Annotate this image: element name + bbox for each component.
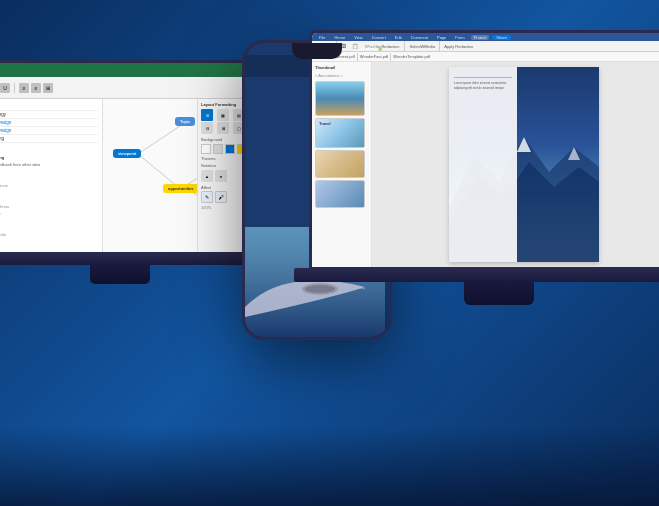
list-b2b: B2B — [0, 196, 98, 203]
excel-row: Jan – Strategy — [0, 111, 98, 119]
word-home-menu[interactable]: Home — [331, 35, 348, 40]
sidebar-controls: □ Annotations ○ — [315, 73, 368, 78]
word-form-menu[interactable]: Form — [452, 35, 467, 40]
format-icon[interactable]: ⊞ — [201, 109, 213, 121]
excel-rows: Q1 Jan – Strategy Feb – UX Design Mar – … — [0, 103, 98, 143]
word-body: Thumbnail □ Annotations ○ Travel — [312, 62, 659, 267]
swatch[interactable] — [201, 144, 211, 154]
affect-icon[interactable]: ✎ — [201, 191, 213, 203]
excel-row-header: Q1 — [0, 103, 98, 111]
mindmap-area: viewpoint Topic opportunities B2C B2B Ch… — [103, 99, 197, 252]
excel-body: Q1 Jan – Strategy Feb – UX Design Mar – … — [0, 99, 267, 252]
mm-blue-node: Topic — [175, 117, 195, 126]
list-biz: Business firms — [0, 203, 98, 210]
list-feedback: Customer feedback from other sites — [0, 161, 98, 168]
excel-row-ux2: Mar – UX Design — [0, 127, 98, 135]
format-icon[interactable]: ⊠ — [217, 122, 229, 134]
grid-icon[interactable]: ⊞ — [43, 83, 53, 93]
list-social: Social media — [0, 231, 98, 238]
floor-reflection — [0, 426, 659, 506]
list-email: Email — [0, 238, 98, 245]
word-convert-menu[interactable]: Convert — [369, 35, 389, 40]
word-filename3: WonderTemplate.pdf — [393, 54, 430, 59]
thumb-bg — [316, 82, 364, 115]
page-text-overlay: Lorem ipsum dolor sit amet consectetur a… — [449, 67, 517, 262]
page-body-text: Lorem ipsum dolor sit amet consectetur a… — [454, 81, 512, 90]
tool-btn[interactable]: ≡ — [31, 83, 41, 93]
word-comment-menu[interactable]: Comment — [408, 35, 431, 40]
word-document-page: Lorem ipsum dolor sit amet consectetur a… — [449, 67, 599, 262]
laptop-left-screen: B I U ≡ ≡ ⊞ Q1 Jan – Strategy Feb – UX D… — [0, 60, 270, 255]
list-seo: SEO — [0, 217, 98, 224]
laptop-right: File Home View Convert Edit Comment Page… — [309, 30, 659, 450]
word-second-toolbar: WonderDocument.pdf WonderFact.pdf Wonder… — [312, 52, 659, 62]
excel-row-coding: Mar – Coding — [0, 135, 98, 143]
sidebar-thumbnail-title: Thumbnail — [315, 65, 368, 70]
thumb-2[interactable]: Travel — [315, 118, 365, 148]
phone-status-bar: ▲ WiFi 🔋 — [251, 45, 383, 51]
laptop-right-stand — [464, 280, 534, 305]
format-icon[interactable]: ▦ — [217, 109, 229, 121]
back-icon[interactable] — [253, 60, 265, 72]
laptop-right-content: File Home View Convert Edit Comment Page… — [312, 33, 659, 267]
separator — [404, 41, 405, 51]
word-file-menu[interactable]: File — [316, 35, 328, 40]
thumb-3[interactable] — [315, 150, 365, 178]
word-protect-menu[interactable]: Protect — [471, 35, 490, 40]
excel-row-ux: Feb – UX Design — [0, 119, 98, 127]
word-sidebar: Thumbnail □ Annotations ○ Travel — [312, 62, 372, 267]
mm-opportunities-node: opportunities — [163, 184, 197, 193]
list-retail: Retail — [0, 168, 98, 175]
word-topbar: File Home View Convert Edit Comment Page… — [312, 33, 659, 41]
thumb-4[interactable] — [315, 180, 365, 208]
list-channels: Channels — [0, 224, 98, 231]
word-main-area: Lorem ipsum dolor sit amet consectetur a… — [372, 62, 659, 267]
swatch[interactable] — [225, 144, 235, 154]
separator — [390, 53, 391, 61]
list-mind: Mind mapping — [0, 154, 98, 161]
word-edit-menu[interactable]: Edit — [392, 35, 405, 40]
laptop-left: B I U ≡ ≡ ⊞ Q1 Jan – Strategy Feb – UX D… — [0, 60, 280, 440]
svg-line-1 — [138, 154, 178, 187]
list-artists: Artists — [0, 175, 98, 182]
laptop-left-stand — [90, 264, 150, 284]
tool-btn[interactable]: U — [0, 83, 10, 93]
swatch[interactable] — [213, 144, 223, 154]
word-page-menu[interactable]: Page — [434, 35, 449, 40]
divider — [454, 77, 512, 78]
icon-btn[interactable]: ▲ — [201, 170, 213, 182]
word-apply-redaction: Apply Redaction — [442, 44, 475, 49]
thumb-colombia[interactable] — [315, 81, 365, 116]
list-freelance: Freelance — [0, 210, 98, 217]
list-section: TED Talk Mind mapping Customer feedback … — [0, 147, 98, 245]
list-b2c: B2C — [0, 189, 98, 196]
word-view-menu[interactable]: View — [351, 35, 366, 40]
sidebar-label: □ Annotations ○ — [315, 73, 343, 78]
mm-viewpoint-node: viewpoint — [113, 149, 141, 158]
list-orgs: Organizations — [0, 182, 98, 189]
word-select-media: SelectWMedia — [407, 44, 437, 49]
affect-icon[interactable]: 🖌 — [215, 191, 227, 203]
word-filename2: WonderFact.pdf — [360, 54, 388, 59]
list-ted: TED Talk — [0, 147, 98, 154]
tool-btn[interactable]: ≡ — [19, 83, 29, 93]
word-share-btn[interactable]: Share — [492, 35, 511, 40]
excel-list-panel: Q1 Jan – Strategy Feb – UX Design Mar – … — [0, 99, 103, 252]
icon-btn[interactable]: ● — [215, 170, 227, 182]
separator — [439, 41, 440, 51]
excel-topbar — [0, 63, 267, 77]
format-icon[interactable]: ⊟ — [201, 122, 213, 134]
separator — [357, 53, 358, 61]
thumb2-text: Travel — [319, 121, 331, 126]
thumb2-bg: Travel — [316, 119, 364, 147]
status-icons: ▲ WiFi 🔋 — [359, 45, 383, 51]
laptop-right-screen: File Home View Convert Edit Comment Page… — [309, 30, 659, 270]
excel-toolbar: B I U ≡ ≡ ⊞ — [0, 77, 267, 99]
svg-line-0 — [138, 124, 183, 154]
laptop-left-content: B I U ≡ ≡ ⊞ Q1 Jan – Strategy Feb – UX D… — [0, 63, 267, 252]
